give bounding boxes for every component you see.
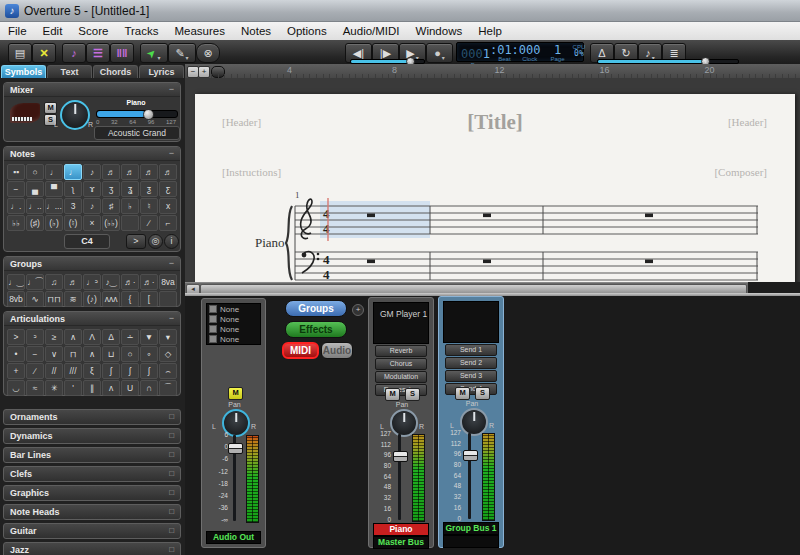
scroll-left-arrow[interactable]: ◂ (186, 284, 200, 293)
channel-strip-gm-player[interactable]: GM Player 1 ReverbChorusModulationExpres… (368, 297, 434, 548)
solo-button[interactable]: S (475, 387, 490, 400)
note-symbol-cell[interactable]: ƹ (159, 181, 177, 197)
expand-icon[interactable]: □ (169, 432, 174, 440)
articulation-symbol-cell[interactable]: ∥ (83, 380, 101, 396)
score-page[interactable]: [Header] [Title] [Header] [Instructions]… (195, 94, 795, 293)
note-symbol-cell[interactable]: ʅ (64, 181, 82, 197)
audio-toggle-button[interactable]: Audio (321, 342, 353, 359)
palette-section-bar[interactable]: Note Heads □ (3, 504, 181, 520)
note-symbol-cell[interactable]: (♭♭) (102, 215, 120, 231)
articulation-symbol-cell[interactable]: ∕ (26, 363, 44, 379)
groups-button[interactable]: Groups (285, 300, 347, 317)
slot-checkbox-icon[interactable] (209, 335, 217, 343)
menu-item[interactable]: Tracks (116, 22, 166, 40)
patch-name-field[interactable]: Acoustic Grand (94, 126, 180, 140)
device-name-box[interactable]: GM Player 1 (373, 302, 429, 344)
note-symbol-cell[interactable]: ♩. (7, 198, 25, 214)
notes-palette-button[interactable]: ♪ (62, 43, 86, 63)
articulation-symbol-cell[interactable]: Δ (102, 329, 120, 345)
group-symbol-cell[interactable]: ♩⁀ (26, 274, 44, 290)
articulation-symbol-cell[interactable]: U (121, 380, 139, 396)
mute-button[interactable]: M (44, 102, 57, 114)
input-slot[interactable]: None (207, 334, 260, 344)
articulation-symbol-cell[interactable]: ✳ (45, 380, 63, 396)
note-symbol-cell[interactable]: ♬ (159, 164, 177, 180)
articulation-symbol-cell[interactable]: ∧ (83, 346, 101, 362)
palette-section-bar[interactable]: Bar Lines □ (3, 447, 181, 463)
pan-knob[interactable] (390, 409, 418, 437)
palette-section-bar[interactable]: Dynamics □ (3, 428, 181, 444)
articulation-symbol-cell[interactable]: ʃ (140, 363, 158, 379)
articulation-symbol-cell[interactable]: + (7, 363, 25, 379)
track-list-button[interactable]: ☰ (86, 43, 110, 63)
group-symbol-cell[interactable]: ♫ (45, 274, 63, 290)
articulation-symbol-cell[interactable]: − (26, 346, 44, 362)
tab-lyrics[interactable]: Lyrics (139, 65, 184, 78)
send-button[interactable]: Reverb (375, 345, 427, 357)
send-button[interactable]: Chorus (375, 358, 427, 370)
send-button[interactable]: Send 2 (445, 357, 497, 369)
articulation-symbol-cell[interactable]: ⌒ (159, 380, 177, 396)
volume-fader[interactable]: 1271129680644832160 (369, 434, 435, 520)
tools-button[interactable]: ✕ (32, 43, 56, 63)
menu-item[interactable]: File (0, 22, 35, 40)
group-symbol-cell[interactable]: ≋ (64, 291, 82, 307)
note-symbol-cell[interactable]: ○ (26, 164, 44, 180)
note-symbol-cell[interactable]: ▪▪ (7, 164, 25, 180)
record-button[interactable]: ●▾ (426, 43, 453, 63)
pencil-tool-button[interactable]: ✎▾ (168, 43, 196, 63)
group-symbol-cell[interactable]: (♪) (83, 291, 101, 307)
articulation-symbol-cell[interactable]: ∧ (64, 329, 82, 345)
group-symbol-cell[interactable]: ♩ᵓ (83, 274, 101, 290)
note-symbol-cell[interactable]: ɤ (83, 181, 101, 197)
menu-item[interactable]: Notes (233, 22, 279, 40)
articulation-symbol-cell[interactable]: ▾ (159, 329, 177, 345)
expand-icon[interactable]: □ (169, 451, 174, 459)
output-bus-name[interactable]: Master Bus (373, 536, 429, 549)
expand-icon[interactable]: □ (169, 413, 174, 421)
menu-item[interactable]: Score (70, 22, 116, 40)
tab-chords[interactable]: Chords (93, 65, 138, 78)
minimize-icon[interactable]: − (169, 259, 174, 268)
group-symbol-cell[interactable]: ♬ (64, 274, 82, 290)
articulation-symbol-cell[interactable]: ▼ (140, 329, 158, 345)
pan-knob[interactable] (60, 100, 90, 130)
mixer-panel-header[interactable]: Mixer − (4, 83, 180, 97)
tab-text[interactable]: Text (47, 65, 92, 78)
staff-system[interactable]: 4 4 4 4 1 Piano (195, 94, 795, 293)
play-note-button[interactable]: > (126, 234, 146, 249)
group-symbol-cell[interactable]: [ (140, 291, 158, 307)
palette-section-bar[interactable]: Ornaments □ (3, 409, 181, 425)
group-symbol-cell[interactable]: ⊓⊓ (45, 291, 63, 307)
fader-track[interactable] (468, 433, 471, 519)
note-symbol-cell[interactable]: ♩... (45, 198, 63, 214)
solo-button[interactable]: S (405, 388, 420, 401)
slot-checkbox-icon[interactable] (209, 305, 217, 313)
volume-fader[interactable]: 1271129680644832160 (439, 433, 505, 519)
group-symbol-cell[interactable]: { (121, 291, 139, 307)
input-slot[interactable]: None (207, 324, 260, 334)
group-symbol-cell[interactable]: ♩‿ (7, 274, 25, 290)
group-symbol-cell[interactable]: ♬· (140, 274, 158, 290)
group-symbol-cell[interactable]: ʌʌʌ (102, 291, 120, 307)
note-symbol-cell[interactable]: ♬ (140, 164, 158, 180)
minimize-icon[interactable]: − (169, 314, 174, 323)
mute-button[interactable]: M (455, 387, 470, 400)
info-button[interactable]: i (164, 234, 179, 249)
articulation-symbol-cell[interactable]: ◡ (7, 380, 25, 396)
pitch-field[interactable]: C4 (64, 234, 110, 249)
eraser-tool-button[interactable]: ⊗ (196, 43, 220, 63)
pan-knob[interactable] (460, 408, 488, 436)
note-symbol-cell[interactable]: ♩.. (26, 198, 44, 214)
articulation-symbol-cell[interactable]: /// (64, 363, 82, 379)
menu-item[interactable]: Options (279, 22, 335, 40)
articulation-symbol-cell[interactable]: ξ (83, 363, 101, 379)
mute-button[interactable]: M (228, 387, 243, 400)
expand-icon[interactable]: □ (169, 489, 174, 497)
note-symbol-cell[interactable]: (♮) (64, 215, 82, 231)
menu-item[interactable]: Audio/MIDI (335, 22, 408, 40)
chevron-down-icon[interactable]: ▾ (186, 54, 189, 62)
fader-handle[interactable] (463, 450, 478, 461)
send-button[interactable]: Send 3 (445, 370, 497, 382)
articulation-symbol-cell[interactable]: > (7, 329, 25, 345)
